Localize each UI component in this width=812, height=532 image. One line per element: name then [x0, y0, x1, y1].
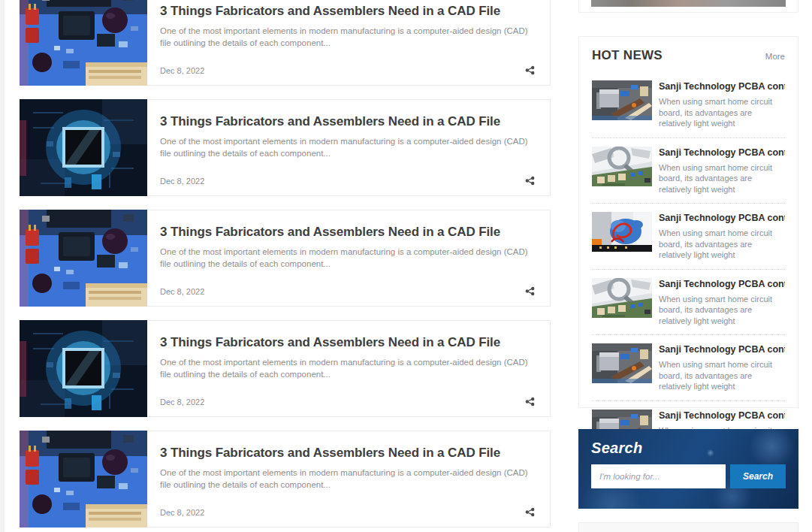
- article-excerpt: One of the most important elements in mo…: [160, 26, 535, 49]
- hot-news-item-title[interactable]: Sanji Technology PCBA control...: [659, 81, 785, 92]
- hot-news-item-title[interactable]: Sanji Technology PCBA control...: [659, 410, 785, 421]
- article-date: Dec 8, 2022: [160, 508, 204, 517]
- hot-news-item[interactable]: Sanji Technology PCBA control... When us…: [592, 72, 785, 138]
- hot-news-item[interactable]: Sanji Technology PCBA control... When us…: [592, 138, 785, 204]
- article-date: Dec 8, 2022: [160, 287, 204, 296]
- hot-news-thumbnail-magnifier-photo: [592, 278, 652, 318]
- article-title[interactable]: 3 Things Fabricators and Assemblers Need…: [160, 4, 535, 19]
- hot-news-item-title[interactable]: Sanji Technology PCBA control...: [659, 147, 785, 158]
- share-icon[interactable]: [525, 507, 535, 517]
- hot-news-item-title[interactable]: Sanji Technology PCBA control...: [659, 279, 785, 289]
- hot-news-item-excerpt: When using smart home circuit board, its…: [659, 359, 785, 392]
- hot-news-item-title[interactable]: Sanji Technology PCBA control...: [659, 213, 785, 223]
- article-excerpt: One of the most important elements in mo…: [160, 467, 535, 491]
- article-card[interactable]: 3 Things Fabricators and Assemblers Need…: [20, 320, 551, 417]
- hot-news-thumbnail-motherboard-photo: [592, 80, 652, 120]
- share-icon[interactable]: [525, 176, 535, 186]
- share-icon[interactable]: [525, 286, 535, 296]
- hot-news-item-excerpt: When using smart home circuit board, its…: [659, 294, 785, 327]
- blog-listing-page: 3 Things Fabricators and Assemblers Need…: [0, 0, 812, 532]
- article-card[interactable]: 3 Things Fabricators and Assemblers Need…: [20, 431, 551, 527]
- search-button[interactable]: Search: [730, 464, 786, 488]
- share-icon[interactable]: [525, 65, 535, 75]
- sidebar-top-widget-image: [591, 0, 786, 7]
- hot-news-thumbnail-motherboard-photo: [592, 343, 652, 383]
- article-thumbnail-cpu-photo[interactable]: [20, 320, 147, 417]
- hot-news-item-excerpt: When using smart home circuit board, its…: [659, 162, 785, 195]
- article-date: Dec 8, 2022: [160, 66, 204, 75]
- hot-news-item[interactable]: Sanji Technology PCBA control... When us…: [592, 270, 785, 336]
- share-icon[interactable]: [525, 397, 535, 407]
- article-date: Dec 8, 2022: [160, 177, 204, 186]
- hot-news-title: HOT NEWS: [592, 48, 663, 63]
- article-thumbnail-pcb-photo[interactable]: [20, 0, 147, 86]
- article-excerpt: One of the most important elements in mo…: [160, 136, 535, 159]
- article-thumbnail-pcb-photo[interactable]: [20, 431, 147, 527]
- hot-news-item-excerpt: When using smart home circuit board, its…: [659, 96, 785, 129]
- page-left-edge-strip: [0, 0, 5, 532]
- article-title[interactable]: 3 Things Fabricators and Assemblers Need…: [160, 114, 535, 129]
- article-list: 3 Things Fabricators and Assemblers Need…: [20, 0, 551, 532]
- article-date: Dec 8, 2022: [160, 397, 204, 407]
- sidebar-top-widget-cutoff: [578, 0, 798, 13]
- hot-news-item[interactable]: Sanji Technology PCBA control... When us…: [592, 335, 785, 401]
- hot-news-thumbnail-magnifier-photo: [592, 147, 652, 186]
- article-title[interactable]: 3 Things Fabricators and Assemblers Need…: [160, 335, 535, 350]
- article-card[interactable]: 3 Things Fabricators and Assemblers Need…: [20, 0, 551, 86]
- hot-news-thumbnail-glove-photo: [592, 212, 652, 252]
- hot-news-item-excerpt: When using smart home circuit board, its…: [659, 228, 785, 261]
- hot-news-item[interactable]: Sanji Technology PCBA control... When us…: [592, 204, 785, 270]
- article-thumbnail-cpu-photo[interactable]: [20, 99, 147, 196]
- article-title[interactable]: 3 Things Fabricators and Assemblers Need…: [160, 225, 535, 240]
- sidebar-bottom-widget-cutoff: [578, 522, 798, 532]
- article-title[interactable]: 3 Things Fabricators and Assemblers Need…: [160, 446, 535, 461]
- article-thumbnail-pcb-photo[interactable]: [20, 210, 147, 307]
- search-input[interactable]: [591, 464, 726, 488]
- search-widget-title: Search: [591, 440, 786, 457]
- hot-news-more-link[interactable]: More: [765, 52, 785, 61]
- search-widget: Search Search: [578, 429, 798, 509]
- article-card[interactable]: 3 Things Fabricators and Assemblers Need…: [20, 210, 551, 307]
- hot-news-item-title[interactable]: Sanji Technology PCBA control...: [659, 344, 785, 355]
- hot-news-widget: HOT NEWS More Sanji Technology PCBA cont…: [578, 36, 798, 408]
- article-excerpt: One of the most important elements in mo…: [160, 357, 535, 380]
- article-excerpt: One of the most important elements in mo…: [160, 246, 535, 270]
- article-card[interactable]: 3 Things Fabricators and Assemblers Need…: [20, 99, 551, 196]
